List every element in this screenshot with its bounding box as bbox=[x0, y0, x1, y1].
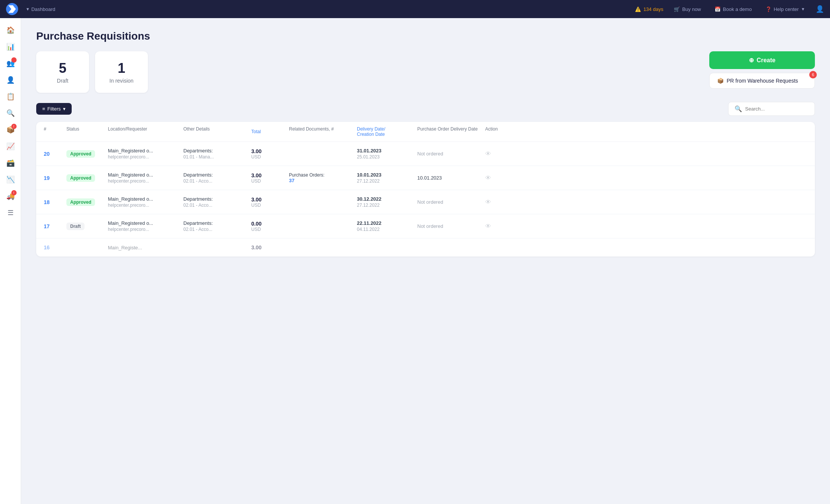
row-po-date: 10.01.2023 bbox=[417, 175, 485, 181]
table-row: 16 Main_Registe... 3.00 bbox=[36, 238, 815, 257]
filter-row: ≡ Filters ▾ 🔍 bbox=[36, 102, 815, 116]
row-id[interactable]: 16 bbox=[44, 244, 66, 250]
table-row: 18 Approved Main_Registered o... helpcen… bbox=[36, 190, 815, 214]
row-status: Approved bbox=[66, 198, 108, 206]
status-badge: Approved bbox=[66, 174, 95, 182]
row-location: Main_Registered o... helpcenter.precoro.… bbox=[108, 220, 183, 232]
row-po-status: Not ordered bbox=[417, 223, 485, 229]
create-icon: ⊕ bbox=[749, 57, 754, 64]
view-action-icon[interactable]: 👁 bbox=[485, 175, 515, 181]
sidebar: 🏠 📊 👥 👤 📋 🔍 📦 ! 📈 🗃️ 📉 🚚 ! ☰ bbox=[0, 18, 21, 504]
sidebar-icon-tasks[interactable]: 📋 bbox=[3, 89, 18, 104]
col-status: Status bbox=[66, 126, 108, 137]
view-action-icon[interactable]: 👁 bbox=[485, 199, 515, 206]
row-location: Main_Registered o... helpcenter.precoro.… bbox=[108, 196, 183, 208]
status-badge: Draft bbox=[66, 223, 85, 230]
row-po-status: Not ordered bbox=[417, 151, 485, 157]
col-location: Location/Requester bbox=[108, 126, 183, 137]
draft-count: 5 bbox=[48, 60, 77, 76]
row-total: 0.00 USD bbox=[251, 221, 289, 232]
filter-chevron-icon: ▾ bbox=[63, 106, 66, 112]
dashboard-nav[interactable]: ▼ Dashboard bbox=[26, 6, 55, 12]
filters-button[interactable]: ≡ Filters ▾ bbox=[36, 103, 72, 115]
buy-now-button[interactable]: 🛒 Buy now bbox=[671, 5, 704, 14]
col-delivery-date: Delivery Date/ Creation Date bbox=[357, 126, 417, 137]
row-dates: 31.01.2023 25.01.2023 bbox=[357, 148, 417, 160]
create-button[interactable]: ⊕ Create bbox=[709, 51, 815, 69]
col-other-details: Other Details bbox=[183, 126, 251, 137]
row-status: Draft bbox=[66, 223, 108, 230]
table-row: 17 Draft Main_Registered o... helpcenter… bbox=[36, 214, 815, 238]
delivery-badge: ! bbox=[11, 190, 17, 195]
sidebar-icon-reports[interactable]: 📈 bbox=[3, 139, 18, 154]
in-revision-label: In revision bbox=[107, 78, 136, 84]
users-badge bbox=[11, 57, 17, 63]
filter-icon: ≡ bbox=[42, 106, 45, 112]
row-id[interactable]: 18 bbox=[44, 199, 66, 205]
col-total[interactable]: Total bbox=[251, 126, 289, 137]
row-id[interactable]: 19 bbox=[44, 175, 66, 181]
draft-card[interactable]: 5 Draft bbox=[36, 51, 89, 93]
in-revision-card[interactable]: 1 In revision bbox=[95, 51, 148, 93]
row-details: Departments: 02.01 - Acco... bbox=[183, 172, 251, 184]
sidebar-icon-analytics[interactable]: 📊 bbox=[3, 39, 18, 54]
sidebar-icon-packages[interactable]: 📦 ! bbox=[3, 122, 18, 137]
packages-badge: ! bbox=[11, 124, 17, 129]
row-details: Departments: 02.01 - Acco... bbox=[183, 220, 251, 232]
action-buttons: ⊕ Create 📦 PR from Warehouse Requests 6 bbox=[709, 51, 815, 89]
col-number: # bbox=[44, 126, 66, 137]
table-header: # Status Location/Requester Other Detail… bbox=[36, 122, 815, 142]
warehouse-badge: 6 bbox=[809, 71, 817, 78]
main-content: Purchase Requisitions 5 Draft 1 In revis… bbox=[21, 18, 830, 504]
search-input[interactable] bbox=[745, 106, 808, 112]
row-location: Main_Registered o... helpcenter.precoro.… bbox=[108, 172, 183, 184]
user-menu-button[interactable]: 👤 bbox=[816, 5, 824, 13]
status-badge: Approved bbox=[66, 150, 95, 158]
help-center-button[interactable]: ❓ Help center ▼ bbox=[762, 5, 808, 14]
table-container: # Status Location/Requester Other Detail… bbox=[36, 122, 815, 257]
row-dates: 30.12.2022 27.12.2022 bbox=[357, 196, 417, 208]
search-box[interactable]: 🔍 bbox=[728, 102, 815, 116]
in-revision-count: 1 bbox=[107, 60, 136, 76]
sidebar-icon-trends[interactable]: 📉 bbox=[3, 172, 18, 187]
sidebar-icon-database[interactable]: 🗃️ bbox=[3, 155, 18, 171]
top-navigation: ▼ Dashboard ⚠️ 134 days 🛒 Buy now 📅 Book… bbox=[0, 0, 830, 18]
status-badge: Approved bbox=[66, 198, 95, 206]
trial-alert: ⚠️ 134 days bbox=[635, 6, 663, 12]
row-status: Approved bbox=[66, 174, 108, 182]
warehouse-icon: 📦 bbox=[717, 78, 724, 84]
row-details: Departments: 02.01 - Acco... bbox=[183, 196, 251, 208]
summary-row: 5 Draft 1 In revision ⊕ Create 📦 PR from… bbox=[36, 51, 815, 93]
view-action-icon[interactable]: 👁 bbox=[485, 151, 515, 157]
warehouse-requests-button[interactable]: 📦 PR from Warehouse Requests 6 bbox=[709, 73, 815, 89]
book-demo-button[interactable]: 📅 Book a demo bbox=[712, 5, 755, 14]
row-id[interactable]: 20 bbox=[44, 151, 66, 157]
row-location: Main_Registered o... helpcenter.precoro.… bbox=[108, 148, 183, 160]
col-action: Action bbox=[485, 126, 515, 137]
draft-label: Draft bbox=[48, 78, 77, 84]
table-row: 19 Approved Main_Registered o... helpcen… bbox=[36, 166, 815, 190]
sidebar-icon-users[interactable]: 👥 bbox=[3, 56, 18, 71]
row-status: Approved bbox=[66, 150, 108, 158]
row-id[interactable]: 17 bbox=[44, 223, 66, 229]
sidebar-icon-delivery[interactable]: 🚚 ! bbox=[3, 189, 18, 204]
view-action-icon[interactable]: 👁 bbox=[485, 223, 515, 230]
col-po-delivery: Purchase Order Delivery Date bbox=[417, 126, 485, 137]
row-location: Main_Registe... bbox=[108, 245, 183, 250]
sidebar-icon-profile[interactable]: 👤 bbox=[3, 72, 18, 88]
row-total: 3.00 bbox=[251, 244, 289, 250]
row-total: 3.00 USD bbox=[251, 148, 289, 160]
app-logo[interactable] bbox=[6, 3, 18, 15]
table-row: 20 Approved Main_Registered o... helpcen… bbox=[36, 142, 815, 166]
row-po-status: Not ordered bbox=[417, 199, 485, 205]
purchase-order-link[interactable]: 37 bbox=[289, 178, 357, 183]
sidebar-icon-search[interactable]: 🔍 bbox=[3, 106, 18, 121]
row-dates: 22.11.2022 04.11.2022 bbox=[357, 220, 417, 232]
sidebar-icon-home[interactable]: 🏠 bbox=[3, 23, 18, 38]
row-dates: 10.01.2023 27.12.2022 bbox=[357, 172, 417, 184]
page-title: Purchase Requisitions bbox=[36, 30, 815, 42]
row-total: 3.00 USD bbox=[251, 197, 289, 208]
sidebar-icon-menu[interactable]: ☰ bbox=[3, 205, 18, 220]
col-related-docs: Related Documents, # bbox=[289, 126, 357, 137]
row-related-docs: Purchase Orders: 37 bbox=[289, 172, 357, 183]
